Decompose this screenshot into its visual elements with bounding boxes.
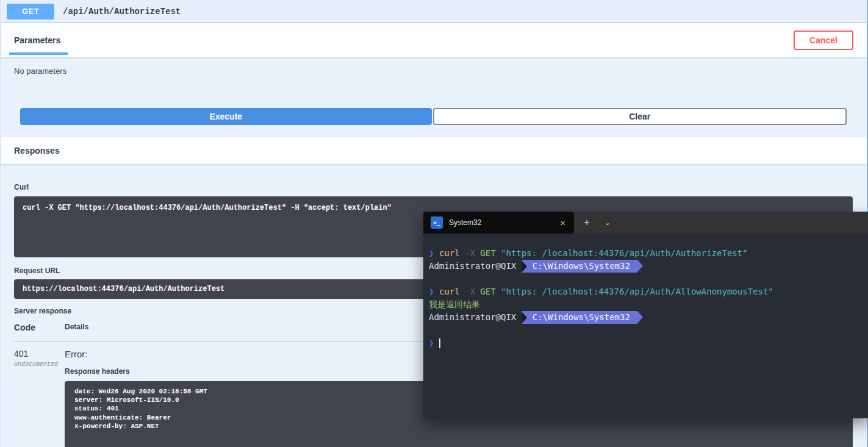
prompt-icon: ❯ — [429, 338, 434, 348]
text-cursor — [439, 338, 440, 348]
execute-wrapper: Execute Clear — [20, 108, 847, 125]
responses-title: Responses — [14, 146, 60, 156]
terminal-blank-line — [429, 273, 863, 285]
powerline-arrow-icon — [522, 312, 527, 324]
terminal-prompt-line: ❯ — [429, 337, 863, 349]
powerline-arrow-icon — [522, 260, 527, 273]
http-method-badge: GET — [7, 4, 54, 20]
terminal-content[interactable]: ❯ curl -X GET "https: /localhost:44376/a… — [423, 234, 868, 418]
curl-label: Curl — [14, 183, 853, 191]
clear-button[interactable]: Clear — [433, 108, 847, 125]
status-code-cell: 401 Undocumented — [14, 349, 65, 447]
operation-summary-bar[interactable]: GET /api/Auth/AuthorizeTest — [1, 0, 867, 23]
terminal-tab-bar: >_ System32 × + ⌄ — [423, 212, 868, 234]
prompt-icon: ❯ — [429, 287, 434, 296]
powerline-path-segment: C:\Windows\System32 — [522, 311, 637, 324]
terminal-powerline-1: Administrator@QIX C:\Windows\System32 — [429, 260, 863, 273]
undocumented-note: Undocumented — [14, 361, 65, 368]
details-column-header: Details — [65, 323, 88, 332]
endpoint-path: /api/Auth/AuthorizeTest — [63, 7, 181, 16]
prompt-icon: ❯ — [429, 248, 434, 258]
code-column-header: Code — [14, 323, 65, 332]
terminal-cwd: C:\Windows\System32 — [533, 260, 630, 273]
no-parameters-text: No parameters — [1, 58, 867, 76]
header-line-x-powered-by: x-powered-by: ASP.NET — [74, 422, 843, 431]
powerline-path-segment: C:\Windows\System32 — [522, 260, 637, 273]
execute-button[interactable]: Execute — [20, 108, 432, 125]
swagger-operation-block: GET /api/Auth/AuthorizeTest Parameters C… — [0, 0, 868, 447]
terminal-command-line-2: ❯ curl -X GET "https: /localhost:44376/a… — [429, 285, 863, 298]
parameters-section-header: Parameters Cancel — [1, 23, 867, 58]
cancel-button[interactable]: Cancel — [794, 30, 853, 50]
terminal-tab-system32[interactable]: >_ System32 × — [423, 212, 574, 234]
terminal-tab-title: System32 — [449, 218, 558, 227]
terminal-cwd: C:\Windows\System32 — [533, 311, 630, 324]
terminal-powerline-2: Administrator@QIX C:\Windows\System32 — [429, 311, 863, 324]
terminal-blank-line — [429, 324, 863, 337]
new-tab-icon[interactable]: + — [584, 216, 590, 229]
terminal-user: Administrator@QIX — [429, 312, 516, 322]
active-tab-indicator — [9, 52, 68, 55]
chevron-down-icon[interactable]: ⌄ — [604, 218, 611, 227]
parameters-title: Parameters — [14, 35, 60, 45]
terminal-user: Administrator@QIX — [429, 261, 516, 271]
terminal-result-text: 我是返回结果 — [429, 298, 863, 311]
powerline-tip-icon — [637, 260, 643, 272]
powershell-icon: >_ — [431, 216, 443, 229]
terminal-window: >_ System32 × + ⌄ ❯ curl -X GET "https: … — [423, 212, 868, 418]
powerline-tip-icon — [637, 311, 643, 323]
terminal-command-line-1: ❯ curl -X GET "https: /localhost:44376/a… — [429, 247, 863, 260]
responses-section-header: Responses — [1, 136, 867, 165]
status-code: 401 — [14, 349, 65, 359]
close-tab-icon[interactable]: × — [558, 218, 568, 228]
